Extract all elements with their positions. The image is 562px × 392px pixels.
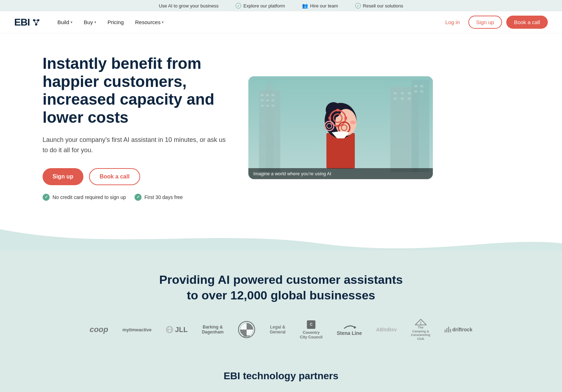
stena-container: Stena Line [337, 323, 362, 336]
svg-rect-17 [271, 105, 274, 107]
driftrock-logo-text: driftrock [452, 327, 473, 332]
svg-rect-11 [271, 94, 274, 96]
coventry-icon: C [306, 320, 316, 330]
svg-rect-12 [261, 99, 264, 101]
badge-free-trial-text: First 30 days free [144, 194, 183, 200]
nav-resources[interactable]: Resources ▾ [131, 16, 168, 28]
banner-use-ai-text: Use AI to grow your business [159, 3, 219, 9]
svg-line-5 [36, 20, 38, 24]
hero-badges: ✓ No credit card required to sign up ✓ F… [43, 194, 227, 201]
svg-rect-20 [394, 92, 397, 94]
coventry-container: C CoventryCity Council [300, 320, 323, 339]
hero-content: Instantly benefit from happier customers… [43, 55, 227, 201]
check-icon-no-cc: ✓ [43, 194, 50, 201]
nav-buy[interactable]: Buy ▾ [79, 16, 100, 28]
navigation: EBI Build ▾ Buy ▾ Pricing Resources ▾ Lo… [0, 11, 562, 33]
banner-item-resell[interactable]: ✓ Resell our solutions [355, 3, 403, 9]
camping-icon [415, 319, 426, 326]
top-banner: Use AI to grow your business ✓ Explore o… [0, 0, 562, 11]
camping-container: TheCamping &CaravanningClub [411, 319, 430, 341]
hero-book-call-button[interactable]: Book a call [89, 168, 140, 185]
partner-camping: TheCamping &CaravanningClub [411, 321, 430, 338]
lg-logo-text: Legal &General [270, 325, 286, 335]
bar-2 [446, 328, 447, 332]
hero-buildings-svg [248, 76, 433, 179]
svg-rect-13 [266, 99, 269, 101]
svg-rect-41 [345, 117, 347, 120]
banner-item-explore[interactable]: ✓ Explore our platform [236, 3, 285, 9]
login-button[interactable]: Log in [441, 16, 464, 28]
nav-pricing[interactable]: Pricing [103, 16, 128, 28]
hero-badge-no-cc: ✓ No credit card required to sign up [43, 194, 126, 201]
hero-illustration: Imagine a world where you’re using AI [248, 76, 433, 179]
hero-image-caption: Imagine a world where you’re using AI [248, 168, 433, 179]
svg-rect-29 [420, 90, 423, 93]
signup-button[interactable]: Sign up [468, 16, 502, 29]
driftrock-container: driftrock [445, 327, 473, 332]
svg-rect-9 [261, 94, 264, 96]
svg-rect-28 [414, 90, 417, 93]
bar-1 [445, 330, 446, 332]
coventry-logo-text: CoventryCity Council [300, 330, 323, 339]
wave-svg [0, 229, 562, 250]
svg-rect-38 [336, 109, 339, 111]
banner-item-hire[interactable]: 👥 Hire our team [302, 3, 338, 9]
ebi-tech-section: EBI technology partners [21, 360, 541, 389]
abinbev-logo-text: ABInBev [376, 327, 397, 332]
logo-icon [31, 17, 42, 28]
stena-logo-text: Stena Line [337, 330, 362, 336]
jll-logo-container: JLL [166, 326, 188, 334]
book-call-button[interactable]: Book a call [506, 16, 548, 29]
svg-rect-23 [394, 98, 397, 100]
partner-abinbev: ABInBev [376, 321, 397, 338]
partner-coop: coop [89, 321, 108, 338]
check-icon-free-trial: ✓ [134, 194, 142, 201]
barking-logo-text: Barking &Dagenham [202, 325, 224, 335]
badge-no-cc-text: No credit card required to sign up [53, 194, 126, 200]
hero-subtitle: Launch your company’s first AI assistant… [43, 135, 227, 155]
svg-point-55 [354, 326, 356, 328]
svg-text:C: C [310, 322, 312, 326]
svg-rect-26 [414, 85, 417, 87]
svg-rect-10 [266, 94, 269, 96]
ebi-tech-title: EBI technology partners [21, 360, 541, 385]
hero-badge-free-trial: ✓ First 30 days free [134, 194, 183, 201]
check-circle-icon: ✓ [236, 3, 241, 9]
hero-signup-button[interactable]: Sign up [43, 168, 83, 185]
coop-logo-text: coop [89, 325, 108, 334]
partners-section: Providing AI powered customer assistants… [0, 250, 562, 392]
bar-4 [450, 329, 451, 332]
jll-logo-text: JLL [175, 326, 188, 334]
camping-logo-text: TheCamping &CaravanningClub [411, 326, 430, 341]
nav-build[interactable]: Build ▾ [53, 16, 77, 28]
partner-lg: Legal &General [270, 321, 286, 338]
banner-explore-text: Explore our platform [243, 3, 285, 9]
chevron-down-icon: ▾ [71, 20, 72, 24]
check-circle-icon-2: ✓ [355, 3, 361, 9]
svg-rect-14 [271, 99, 274, 101]
svg-rect-40 [329, 117, 331, 120]
bmw-logo-svg: BMW [238, 321, 255, 338]
svg-rect-16 [266, 105, 269, 107]
svg-rect-15 [261, 105, 264, 107]
nav-links: Build ▾ Buy ▾ Pricing Resources ▾ [53, 16, 430, 28]
logo[interactable]: EBI [14, 17, 42, 28]
hero-buttons: Sign up Book a call [43, 168, 227, 185]
chevron-down-icon-3: ▾ [162, 20, 164, 24]
nav-actions: Log in Sign up Book a call [441, 16, 548, 29]
svg-point-35 [350, 121, 356, 124]
svg-rect-19 [412, 80, 429, 172]
logo-text: EBI [14, 17, 30, 28]
wave-transition [0, 229, 562, 250]
partner-mytime: mytimeactive [122, 321, 151, 338]
svg-line-4 [34, 20, 36, 24]
banner-item-use-ai: Use AI to grow your business [159, 3, 219, 9]
svg-rect-22 [408, 92, 411, 94]
partners-title: Providing AI powered customer assistants… [157, 272, 405, 303]
partner-jll: JLL [166, 321, 188, 338]
svg-rect-27 [420, 85, 423, 87]
banner-resell-text: Resell our solutions [363, 3, 403, 9]
mytime-logo-text: mytimeactive [122, 327, 151, 332]
people-icon: 👥 [302, 3, 308, 9]
svg-rect-21 [401, 92, 404, 94]
